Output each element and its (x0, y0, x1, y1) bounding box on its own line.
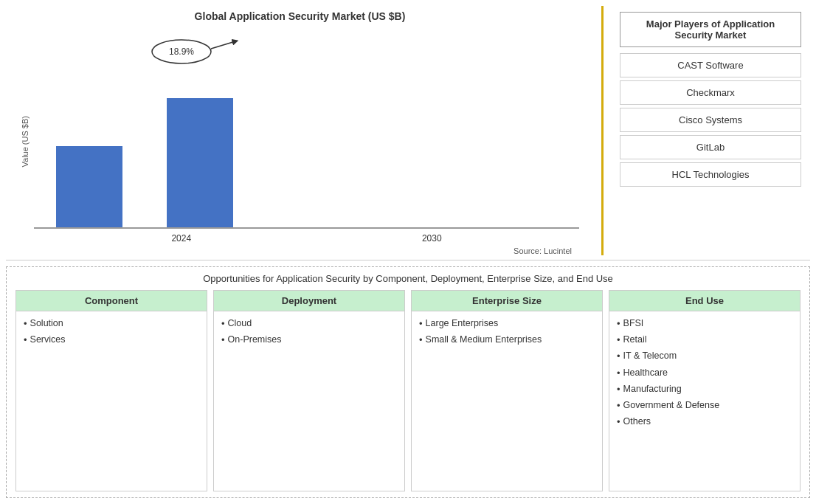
enduse-item-5: • Government & Defense (617, 399, 792, 412)
component-item-1: • Services (24, 334, 199, 347)
cagr-annotation: 18.9% (148, 35, 244, 75)
x-label-2030: 2030 (398, 233, 465, 244)
enduse-item-0: • BFSI (617, 317, 792, 331)
component-col: Component • Solution • Services (15, 290, 207, 491)
component-header: Component (16, 291, 207, 311)
enterprise-header: Enterprise Size (412, 291, 602, 311)
player-checkmarx: Checkmarx (620, 80, 801, 105)
x-axis-line (34, 227, 579, 229)
component-body: • Solution • Services (16, 311, 207, 491)
enduse-item-4: • Manufacturing (617, 383, 792, 396)
x-label-2024: 2024 (148, 233, 215, 244)
source-text: Source: Lucintel (514, 246, 579, 255)
right-panel: Major Players of Application Security Ma… (611, 6, 810, 255)
component-item-0: • Solution (24, 317, 199, 331)
enduse-text-6: Others (623, 415, 651, 429)
enterprise-body: • Large Enterprises • Small & Medium Ent… (412, 311, 602, 491)
svg-line-1 (211, 41, 235, 49)
cagr-svg: 18.9% (148, 35, 244, 72)
chart-wrapper: Value (US $B) 18.9% (21, 28, 579, 255)
deployment-col: Deployment • Cloud • On-Premises (213, 290, 405, 491)
component-text-1: Services (30, 334, 66, 347)
vertical-divider (601, 6, 604, 255)
categories-row: Component • Solution • Services Deployme… (15, 290, 801, 491)
enduse-text-4: Manufacturing (623, 383, 682, 396)
bars-container: 18.9% (34, 28, 579, 227)
deployment-text-1: On-Premises (228, 334, 282, 347)
enduse-item-2: • IT & Telecom (617, 350, 792, 363)
bullet: • (617, 415, 620, 429)
bar-2030-group (167, 98, 233, 227)
deployment-item-0: • Cloud (221, 317, 397, 331)
bar-2030 (167, 98, 233, 227)
bullet: • (24, 317, 27, 331)
deployment-header: Deployment (214, 291, 404, 311)
main-container: Global Application Security Market (US $… (0, 0, 816, 504)
bullet: • (617, 334, 620, 347)
enterprise-text-1: Small & Medium Enterprises (426, 334, 542, 347)
bar-2024 (56, 146, 122, 227)
bottom-section: Opportunities for Application Security b… (6, 266, 810, 498)
cagr-text: 18.9% (169, 46, 194, 57)
bar-2024-group (56, 146, 122, 227)
enduse-text-1: Retail (623, 334, 647, 347)
bullet: • (617, 317, 620, 331)
enterprise-col: Enterprise Size • Large Enterprises • Sm… (411, 290, 603, 491)
player-cisco: Cisco Systems (620, 108, 801, 132)
enterprise-item-0: • Large Enterprises (419, 317, 595, 331)
component-text-0: Solution (30, 317, 63, 331)
enterprise-text-0: Large Enterprises (426, 317, 499, 331)
enduse-item-1: • Retail (617, 334, 792, 347)
x-labels: 2024 2030 (34, 233, 579, 244)
player-cast: CAST Software (620, 53, 801, 77)
enduse-header: End Use (609, 291, 800, 311)
enduse-text-2: IT & Telecom (623, 350, 677, 363)
enduse-item-6: • Others (617, 415, 792, 429)
top-section: Global Application Security Market (US $… (6, 6, 810, 260)
bullet: • (617, 399, 620, 412)
enduse-col: End Use • BFSI • Retail • IT & Telecom (609, 290, 801, 491)
chart-area: Global Application Security Market (US $… (6, 6, 594, 255)
bullet: • (221, 334, 225, 347)
bullet: • (617, 367, 620, 380)
enduse-item-3: • Healthcare (617, 367, 792, 380)
deployment-text-0: Cloud (228, 317, 252, 331)
y-axis-label: Value (US $B) (21, 116, 30, 168)
player-hcl: HCL Technologies (620, 162, 801, 187)
bullet: • (221, 317, 225, 331)
enduse-text-3: Healthcare (623, 367, 668, 380)
enduse-text-5: Government & Defense (623, 399, 720, 412)
enduse-text-0: BFSI (623, 317, 644, 331)
enterprise-item-1: • Small & Medium Enterprises (419, 334, 595, 347)
players-title: Major Players of Application Security Ma… (620, 12, 801, 47)
chart-content: 18.9% (34, 28, 579, 255)
enduse-body: • BFSI • Retail • IT & Telecom • Healthc… (609, 311, 800, 491)
bullet: • (617, 383, 620, 396)
bullet: • (617, 350, 620, 363)
deployment-body: • Cloud • On-Premises (214, 311, 404, 491)
bullet: • (419, 317, 423, 331)
player-gitlab: GitLab (620, 135, 801, 159)
deployment-item-1: • On-Premises (221, 334, 397, 347)
opportunities-title: Opportunities for Application Security b… (15, 273, 801, 284)
bullet: • (419, 334, 423, 347)
bullet: • (24, 334, 27, 347)
chart-title: Global Application Security Market (US $… (195, 10, 406, 22)
